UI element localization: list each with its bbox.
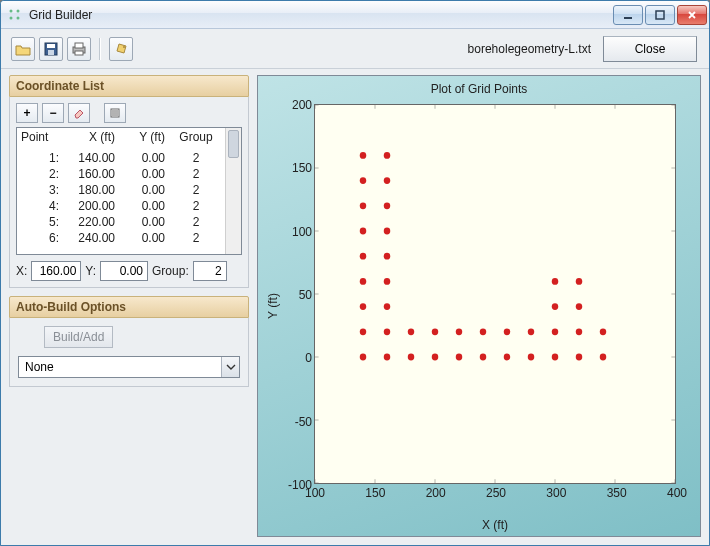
open-file-button[interactable]: [11, 37, 35, 61]
svg-point-42: [360, 354, 366, 361]
plot-ylabel: Y (ft): [266, 293, 280, 319]
svg-point-63: [600, 328, 606, 335]
auto-build-panel: Build/Add None: [9, 318, 249, 387]
table-row[interactable]: 6:240.000.002: [21, 230, 221, 246]
table-row[interactable]: 3:180.000.002: [21, 182, 221, 198]
save-file-button[interactable]: [39, 37, 63, 61]
table-row[interactable]: 1:140.000.002: [21, 150, 221, 166]
xtick-label: 300: [546, 486, 566, 500]
plot-area: [314, 104, 676, 484]
svg-point-71: [576, 278, 582, 285]
xtick-label: 150: [365, 486, 385, 500]
close-button[interactable]: Close: [603, 36, 697, 62]
group-edit-label: Group:: [152, 264, 189, 278]
svg-rect-8: [48, 50, 54, 55]
table-row[interactable]: 2:160.000.002: [21, 166, 221, 182]
svg-point-58: [480, 328, 486, 335]
maximize-button[interactable]: [645, 5, 675, 25]
chevron-down-icon: [221, 357, 239, 377]
auto-build-combo-value: None: [19, 360, 221, 374]
titlebar: Grid Builder: [1, 1, 709, 29]
add-row-button[interactable]: +: [16, 103, 38, 123]
plot-xlabel: X (ft): [314, 518, 676, 532]
svg-point-74: [360, 228, 366, 235]
svg-point-51: [576, 354, 582, 361]
ytick-label: 100: [284, 225, 312, 239]
table-row[interactable]: 4:200.000.002: [21, 198, 221, 214]
coord-list-panel: + − Point X (ft) Y (ft) Group: [9, 97, 249, 288]
toolbar: boreholegeometry-L.txt Close: [1, 29, 709, 69]
svg-point-49: [528, 354, 534, 361]
ytick-label: 150: [284, 161, 312, 175]
ytick-label: 0: [284, 351, 312, 365]
xtick-label: 200: [426, 486, 446, 500]
svg-point-56: [432, 328, 438, 335]
close-window-button[interactable]: [677, 5, 707, 25]
svg-point-70: [552, 278, 558, 285]
svg-point-66: [552, 303, 558, 310]
svg-rect-10: [75, 43, 83, 48]
svg-rect-11: [75, 51, 83, 55]
plot-title: Plot of Grid Points: [258, 82, 700, 96]
list-scrollbar[interactable]: [225, 128, 241, 254]
svg-point-75: [384, 228, 390, 235]
svg-point-64: [360, 303, 366, 310]
col-point: Point: [21, 130, 63, 144]
svg-rect-7: [47, 44, 55, 48]
svg-rect-4: [624, 17, 632, 19]
filename-label: boreholegeometry-L.txt: [468, 42, 591, 56]
erase-button[interactable]: [68, 103, 90, 123]
svg-point-12: [123, 46, 125, 48]
remove-row-button[interactable]: −: [42, 103, 64, 123]
xtick-label: 350: [607, 486, 627, 500]
svg-point-76: [360, 202, 366, 209]
svg-rect-5: [656, 11, 664, 19]
x-edit-input[interactable]: [31, 261, 81, 281]
coord-list[interactable]: Point X (ft) Y (ft) Group 1:140.000.0022…: [16, 127, 242, 255]
svg-point-65: [384, 303, 390, 310]
tag-button[interactable]: [109, 37, 133, 61]
coord-list-header: Coordinate List: [9, 75, 249, 97]
xtick-label: 400: [667, 486, 687, 500]
svg-point-79: [384, 177, 390, 184]
build-add-button[interactable]: Build/Add: [44, 326, 113, 348]
svg-point-52: [600, 354, 606, 361]
xtick-label: 250: [486, 486, 506, 500]
list-options-button[interactable]: [104, 103, 126, 123]
svg-point-59: [504, 328, 510, 335]
y-edit-label: Y:: [85, 264, 96, 278]
svg-point-3: [17, 16, 20, 19]
ytick-label: 50: [284, 288, 312, 302]
col-group: Group: [173, 130, 219, 144]
svg-point-1: [17, 9, 20, 12]
plot-panel: Plot of Grid Points Y (ft) X (ft) -100-5…: [257, 75, 701, 537]
svg-point-54: [384, 328, 390, 335]
svg-point-45: [432, 354, 438, 361]
svg-point-73: [384, 253, 390, 260]
svg-point-2: [10, 16, 13, 19]
auto-build-header: Auto-Build Options: [9, 296, 249, 318]
y-edit-input[interactable]: [100, 261, 148, 281]
app-icon: [7, 7, 23, 23]
svg-point-43: [384, 354, 390, 361]
svg-point-72: [360, 253, 366, 260]
svg-point-61: [552, 328, 558, 335]
svg-point-0: [10, 9, 13, 12]
group-edit-input[interactable]: [193, 261, 227, 281]
table-row[interactable]: 5:220.000.002: [21, 214, 221, 230]
svg-point-55: [408, 328, 414, 335]
ytick-label: -50: [284, 415, 312, 429]
svg-point-50: [552, 354, 558, 361]
svg-point-78: [360, 177, 366, 184]
svg-point-67: [576, 303, 582, 310]
svg-point-80: [360, 152, 366, 159]
auto-build-combo[interactable]: None: [18, 356, 240, 378]
print-button[interactable]: [67, 37, 91, 61]
close-button-label: Close: [635, 42, 666, 56]
svg-point-44: [408, 354, 414, 361]
content-area: boreholegeometry-L.txt Close Coordinate …: [1, 29, 709, 545]
minimize-button[interactable]: [613, 5, 643, 25]
svg-point-81: [384, 152, 390, 159]
svg-point-69: [384, 278, 390, 285]
svg-point-48: [504, 354, 510, 361]
